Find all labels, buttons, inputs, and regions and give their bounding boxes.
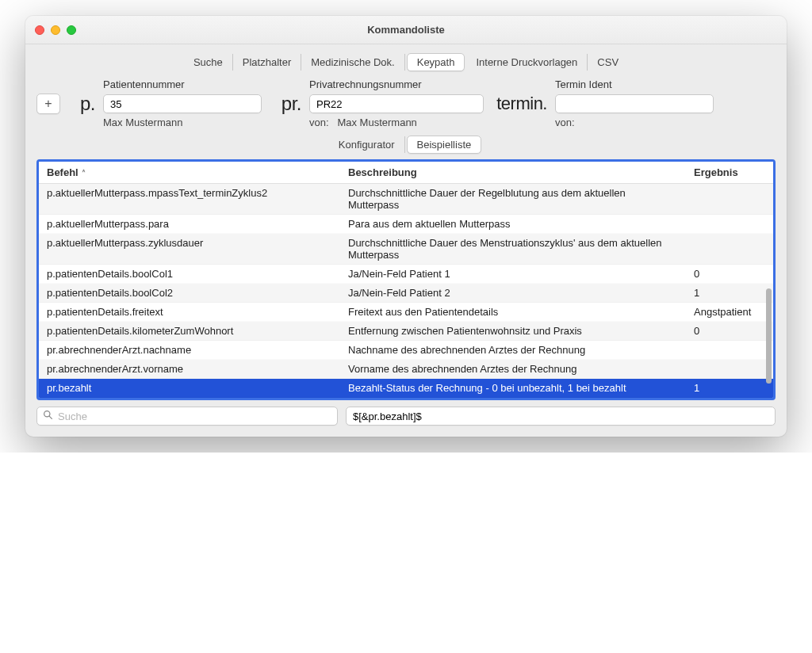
- cell-beschreibung: Durchschnittliche Dauer der Regelblutung…: [340, 184, 686, 215]
- cell-beschreibung: Bezahlt-Status der Rechnung - 0 bei unbe…: [340, 379, 686, 398]
- termin-prefix: termin.: [492, 94, 547, 114]
- subtab-beispielliste[interactable]: Beispielliste: [407, 136, 482, 154]
- cell-befehl: p.aktuellerMutterpass.mpassText_terminZy…: [39, 184, 340, 215]
- cell-befehl: p.patientenDetails.kilometerZumWohnort: [39, 322, 340, 341]
- cell-beschreibung: Freitext aus den Patientendetails: [340, 303, 686, 322]
- sort-asc-icon: ˄: [82, 169, 86, 178]
- patient-number-input[interactable]: [103, 94, 262, 113]
- patient-prefix: p.: [75, 93, 95, 115]
- search-icon: [43, 410, 53, 422]
- cell-ergebnis: 1: [686, 284, 773, 303]
- termin-ident-input[interactable]: [555, 94, 714, 113]
- svg-line-1: [49, 416, 52, 418]
- zoom-icon[interactable]: [67, 25, 76, 35]
- col-header-ergebnis[interactable]: Ergebnis: [686, 162, 773, 184]
- cell-ergebnis: 0: [686, 322, 773, 341]
- invoice-label: Privatrechnungsnummer: [309, 78, 484, 90]
- tab-platzhalter[interactable]: Platzhalter: [233, 54, 301, 71]
- table-row[interactable]: p.aktuellerMutterpass.mpassText_terminZy…: [39, 184, 773, 215]
- cell-befehl: p.patientenDetails.boolCol1: [39, 265, 340, 284]
- invoice-prefix: pr.: [270, 93, 301, 115]
- termin-sub-prefix: von:: [555, 116, 575, 128]
- cell-ergebnis: Angstpatient: [686, 303, 773, 322]
- command-table-frame: Befehl˄ Beschreibung Ergebnis p.aktuelle…: [36, 159, 776, 400]
- table-row[interactable]: p.patientenDetails.kilometerZumWohnortEn…: [39, 322, 773, 341]
- cell-beschreibung: Ja/Nein-Feld Patient 2: [340, 284, 686, 303]
- plus-icon: +: [44, 97, 52, 111]
- tab-interne-druckvorlagen[interactable]: Interne Druckvorlagen: [466, 54, 588, 71]
- search-input[interactable]: [36, 407, 338, 426]
- invoice-number-input[interactable]: [309, 94, 484, 113]
- cell-beschreibung: Durchschnittliche Dauer des Menstruation…: [340, 234, 686, 265]
- traffic-lights: [35, 25, 76, 35]
- tab-medizinische-dok[interactable]: Medizinische Dok.: [301, 54, 405, 71]
- cell-ergebnis: [686, 234, 773, 265]
- tab-csv[interactable]: CSV: [588, 54, 628, 71]
- invoice-sub-name: Max Mustermann: [337, 116, 416, 128]
- subtab-konfigurator[interactable]: Konfigurator: [329, 136, 405, 153]
- col-header-beschreibung[interactable]: Beschreibung: [340, 162, 686, 184]
- cell-ergebnis: [686, 360, 773, 379]
- minimize-icon[interactable]: [51, 25, 60, 35]
- result-expression-input[interactable]: [346, 407, 776, 426]
- table-row[interactable]: p.patientenDetails.boolCol2Ja/Nein-Feld …: [39, 284, 773, 303]
- table-row[interactable]: p.patientenDetails.freitextFreitext aus …: [39, 303, 773, 322]
- close-icon[interactable]: [35, 25, 44, 35]
- cell-befehl: p.patientenDetails.boolCol2: [39, 284, 340, 303]
- tab-keypath[interactable]: Keypath: [407, 53, 465, 71]
- scrollbar-thumb[interactable]: [766, 288, 772, 384]
- sub-tabs: Konfigurator Beispielliste: [36, 136, 776, 153]
- table-row[interactable]: p.patientenDetails.boolCol1Ja/Nein-Feld …: [39, 265, 773, 284]
- scrollbar[interactable]: [765, 193, 772, 366]
- cell-ergebnis: [686, 341, 773, 360]
- app-window: Kommandoliste Suche Platzhalter Medizini…: [25, 16, 787, 437]
- table-row[interactable]: p.aktuellerMutterpass.paraPara aus dem a…: [39, 215, 773, 234]
- cell-ergebnis: [686, 215, 773, 234]
- table-row[interactable]: pr.bezahltBezahlt-Status der Rechnung - …: [39, 379, 773, 398]
- cell-befehl: p.aktuellerMutterpass.zyklusdauer: [39, 234, 340, 265]
- patient-name: Max Mustermann: [103, 116, 262, 128]
- cell-beschreibung: Ja/Nein-Feld Patient 1: [340, 265, 686, 284]
- command-table-scroll[interactable]: Befehl˄ Beschreibung Ergebnis p.aktuelle…: [39, 162, 773, 398]
- cell-ergebnis: 0: [686, 265, 773, 284]
- cell-befehl: p.aktuellerMutterpass.para: [39, 215, 340, 234]
- table-row[interactable]: pr.abrechnenderArzt.nachnameNachname des…: [39, 341, 773, 360]
- col-header-befehl[interactable]: Befehl˄: [39, 162, 340, 184]
- cell-ergebnis: [686, 184, 773, 215]
- cell-befehl: pr.abrechnenderArzt.nachname: [39, 341, 340, 360]
- cell-beschreibung: Para aus dem aktuellen Mutterpass: [340, 215, 686, 234]
- cell-beschreibung: Entfernung zwischen Patientenwohnsitz un…: [340, 322, 686, 341]
- invoice-sub-prefix: von:: [309, 116, 329, 128]
- add-button[interactable]: +: [36, 94, 60, 114]
- termin-label: Termin Ident: [555, 78, 714, 90]
- table-row[interactable]: pr.abrechnenderArzt.vornameVorname des a…: [39, 360, 773, 379]
- table-row[interactable]: p.aktuellerMutterpass.zyklusdauerDurchsc…: [39, 234, 773, 265]
- cell-befehl: pr.abrechnenderArzt.vorname: [39, 360, 340, 379]
- titlebar: Kommandoliste: [25, 16, 787, 44]
- cell-befehl: pr.bezahlt: [39, 379, 340, 398]
- cell-beschreibung: Nachname des abrechnenden Arztes der Rec…: [340, 341, 686, 360]
- cell-befehl: p.patientenDetails.freitext: [39, 303, 340, 322]
- cell-ergebnis: 1: [686, 379, 773, 398]
- cell-beschreibung: Vorname des abrechnenden Arztes der Rech…: [340, 360, 686, 379]
- window-title: Kommandoliste: [25, 24, 787, 36]
- main-tabs: Suche Platzhalter Medizinische Dok. Keyp…: [36, 54, 776, 71]
- patient-label: Patientennummer: [103, 78, 262, 90]
- tab-suche[interactable]: Suche: [184, 54, 233, 71]
- command-table: Befehl˄ Beschreibung Ergebnis p.aktuelle…: [39, 162, 773, 398]
